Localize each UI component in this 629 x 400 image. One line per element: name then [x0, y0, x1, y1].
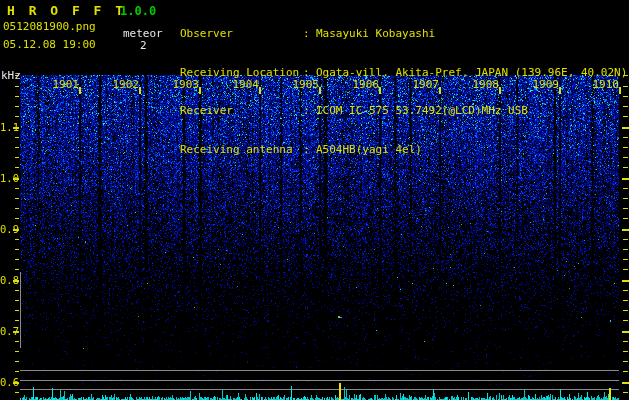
time-label: 1908: [472, 78, 499, 91]
info-value: Masayuki Kobayashi: [316, 28, 629, 41]
app-version: 1.0.0: [120, 4, 156, 18]
freq-label: 0.8: [0, 274, 13, 286]
station-info-panel: Observer : Masayuki Kobayashi Receiving …: [180, 2, 629, 183]
info-separator: :: [303, 28, 316, 41]
time-label: 1903: [172, 78, 199, 91]
y-axis-unit-label: kHz: [1, 69, 21, 82]
freq-label: 1.1: [0, 121, 13, 133]
meteor-count: 2: [140, 39, 147, 52]
time-label: 1910: [592, 78, 619, 91]
info-row-observer: Observer : Masayuki Kobayashi: [180, 28, 629, 41]
time-label: 1905: [292, 78, 319, 91]
hrofft-screen: H R O F F T 1.0.0 0512081900.png meteor …: [0, 0, 629, 400]
info-row-receiver: Receiver : ICOM IC-575 53.7492(@LCD)MHz …: [180, 105, 629, 118]
info-value: A504HB(yagi 4el): [316, 144, 629, 157]
time-label: 1901: [52, 78, 79, 91]
info-separator: :: [303, 105, 316, 118]
time-label: 1904: [232, 78, 259, 91]
freq-label: 0.9: [0, 223, 13, 235]
info-row-receiving-antenna: Receiving antenna : A504HB(yagi 4el): [180, 144, 629, 157]
freq-label: 1.0: [0, 172, 13, 184]
info-label: Receiving antenna: [180, 144, 303, 157]
info-label: Observer: [180, 28, 303, 41]
time-label: 1902: [112, 78, 139, 91]
time-label: 1909: [532, 78, 559, 91]
time-label: 1907: [412, 78, 439, 91]
info-value: ICOM IC-575 53.7492(@LCD)MHz USB: [316, 105, 629, 118]
app-title: H R O F F T: [7, 3, 126, 18]
freq-label: 0.6: [0, 376, 13, 388]
info-label: Receiver: [180, 105, 303, 118]
output-filename: 0512081900.png: [3, 20, 96, 33]
info-separator: :: [303, 144, 316, 157]
observation-datetime: 05.12.08 19:00: [3, 38, 96, 51]
time-label: 1906: [352, 78, 379, 91]
freq-label: 0.7: [0, 325, 13, 337]
